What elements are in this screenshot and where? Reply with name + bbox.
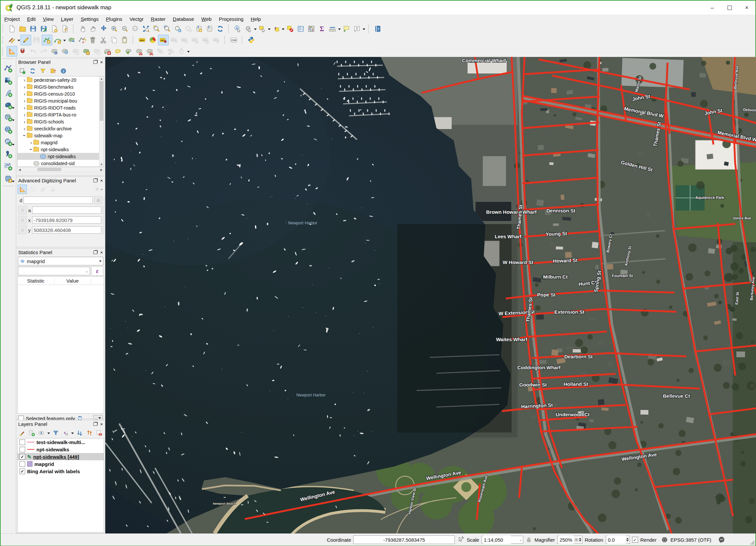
statistics-field-combo[interactable]: ⌄ [18, 267, 90, 275]
add-postgis-layer-button[interactable] [3, 100, 14, 111]
add-virtual-layer-button[interactable] [3, 161, 14, 172]
chevron-right-icon[interactable]: › [22, 105, 27, 111]
menu-raster[interactable]: Raster [147, 15, 169, 23]
close-panel-icon[interactable]: × [100, 60, 103, 65]
extent-tracking-icon[interactable] [457, 536, 464, 543]
split-features-button[interactable] [134, 46, 144, 57]
python-console-button[interactable] [246, 35, 257, 45]
browser-tree-item-rigis-municipal-bou[interactable]: ›RIGIS-municipal-bou [18, 97, 104, 104]
zoom-to-layer-button[interactable] [151, 24, 162, 34]
layer-visibility-checkbox[interactable] [20, 447, 25, 452]
show-hide-labels-button[interactable] [179, 35, 190, 45]
browser-tree-item-rigis-benchmarks[interactable]: ›RIGIS-benchmarks [18, 83, 104, 90]
y-value-input[interactable] [32, 226, 101, 234]
run-feature-action-button[interactable] [243, 24, 254, 34]
chevron-right-icon[interactable]: › [22, 91, 27, 97]
pan-to-selection-button[interactable] [98, 24, 109, 34]
remove-layer-button[interactable] [95, 428, 104, 437]
render-checkbox[interactable]: ✓ [632, 537, 638, 543]
metasearch-csw-button[interactable] [228, 35, 239, 45]
add-wms-layer-button[interactable] [3, 112, 14, 123]
merge-attributes-button[interactable] [166, 46, 176, 57]
dropdown-caret-icon[interactable] [18, 40, 20, 43]
menu-view[interactable]: View [39, 15, 58, 23]
cut-features-button[interactable] [98, 35, 109, 45]
delete-selected-button[interactable] [87, 35, 98, 45]
copy-features-button[interactable] [109, 35, 119, 45]
dropdown-caret-icon[interactable] [12, 144, 15, 147]
close-panel-icon[interactable]: × [100, 250, 103, 255]
browser-tree-item-npt-sidewalks[interactable]: npt-sidewalks [18, 153, 104, 160]
menu-layer[interactable]: Layer [57, 15, 77, 23]
collapse-all-layers-button[interactable] [85, 428, 94, 437]
menu-plugins[interactable]: Plugins [102, 15, 126, 23]
add-spatialite-layer-button[interactable] [3, 87, 14, 99]
reshape-features-button[interactable] [123, 46, 134, 57]
rotation-spinbox[interactable] [606, 536, 630, 544]
add-wfs-layer-button[interactable] [3, 136, 14, 148]
add-wcs-layer-button[interactable] [3, 124, 14, 135]
menu-web[interactable]: Web [198, 15, 215, 23]
parallel-button[interactable] [38, 185, 47, 194]
filter-legend-button[interactable] [51, 428, 60, 437]
zoom-last-button[interactable] [173, 24, 183, 34]
save-layer-edits-button[interactable] [31, 35, 42, 45]
rotation-down-icon[interactable] [626, 540, 629, 543]
statistical-summary-button[interactable] [317, 24, 327, 34]
toggle-editing-button[interactable] [21, 35, 31, 45]
zoom-in-button[interactable] [109, 24, 120, 34]
new-memory-layer-button[interactable] [3, 173, 14, 184]
text-annotation-button[interactable] [352, 24, 362, 34]
dropdown-caret-icon[interactable] [63, 40, 66, 43]
save-project-as-button[interactable] [38, 24, 49, 34]
paste-features-button[interactable] [119, 35, 130, 45]
close-panel-icon[interactable]: × [100, 422, 103, 426]
map-canvas[interactable]: Newport HarborNewport Harbor Commercial … [105, 57, 756, 533]
chevron-right-icon[interactable]: › [22, 77, 27, 83]
open-layer-styling-button[interactable] [18, 428, 26, 437]
dropdown-caret-icon[interactable] [338, 28, 341, 31]
menu-database[interactable]: Database [169, 15, 198, 23]
deselect-all-button[interactable] [285, 24, 295, 34]
x-value-input[interactable] [32, 217, 101, 224]
add-raster-layer-button[interactable] [3, 75, 14, 86]
measure-button[interactable] [327, 24, 338, 34]
clear-magnifier-icon[interactable]: × [574, 538, 579, 542]
layer-visibility-checkbox[interactable] [20, 461, 25, 467]
expand-all-button[interactable] [75, 428, 84, 437]
menu-vector[interactable]: Vector [126, 15, 147, 23]
show-bookmarks-button[interactable] [204, 24, 215, 34]
advanced-digitizing-dock-button[interactable] [7, 46, 17, 57]
statistics-layer-combo[interactable]: mapgrid [18, 257, 103, 266]
layer-visibility-checkbox[interactable] [20, 439, 25, 445]
construction-mode-button[interactable] [28, 185, 37, 194]
layer-visibility-checkbox[interactable]: ✓ [20, 454, 25, 460]
open-project-button[interactable] [17, 24, 28, 34]
dropdown-caret-icon[interactable] [282, 28, 284, 31]
statistics-expression-button[interactable]: ε [91, 267, 103, 275]
current-edits-button[interactable] [7, 35, 17, 45]
layer-row-npt-sidewalks[interactable]: npt-sidewalks [18, 446, 104, 453]
minimize-button[interactable]: – [704, 1, 721, 15]
lock-icon[interactable] [94, 196, 103, 205]
menu-project[interactable]: Project [1, 15, 24, 23]
close-button[interactable]: × [738, 1, 755, 15]
zoom-out-button[interactable] [120, 24, 130, 34]
refresh-map-button[interactable] [215, 24, 226, 34]
delta-toggle-button[interactable]: Δ [18, 226, 27, 234]
rotation-up-icon[interactable] [626, 536, 629, 539]
change-label-button[interactable] [211, 35, 222, 45]
d-value-input[interactable] [24, 197, 93, 204]
redo-button[interactable] [38, 46, 49, 57]
split-parts-button[interactable] [144, 46, 155, 57]
a-value-input[interactable] [32, 207, 101, 214]
chevron-right-icon[interactable]: › [22, 98, 27, 104]
zoom-next-button[interactable] [183, 24, 194, 34]
new-bookmark-button[interactable] [194, 24, 204, 34]
add-feature-button[interactable] [42, 35, 52, 45]
collapse-all-button[interactable] [48, 66, 58, 75]
layer-labeling-button[interactable] [137, 35, 147, 45]
labeling-options-button[interactable] [147, 35, 158, 45]
browser-tree-item-rigis-ripta-bus-ro[interactable]: ›RIGIS-RIPTA-bus-ro [18, 111, 104, 118]
pan-map-button[interactable] [88, 24, 98, 34]
